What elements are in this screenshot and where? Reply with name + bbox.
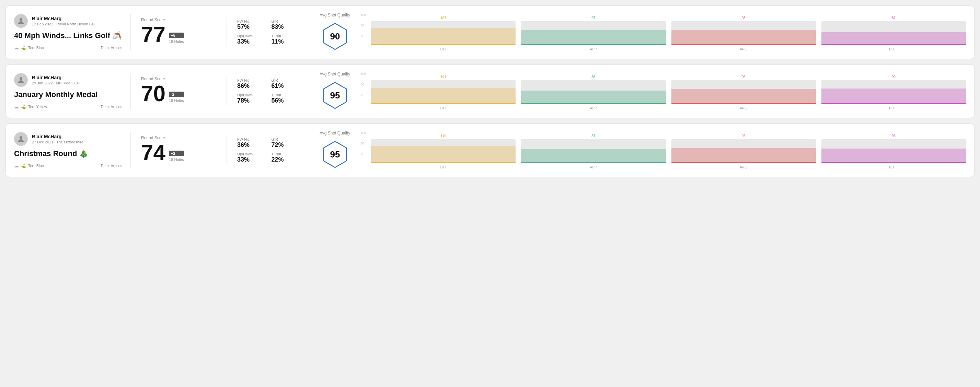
bar-label-putt: PUTT (889, 106, 898, 110)
bar-line-putt (821, 162, 966, 163)
date-venue: 29 Jan 2022 · Mill Ride GCC (32, 81, 80, 85)
bar-group-app: 95 APP (521, 16, 666, 51)
bar-label-arg: ARG (740, 165, 747, 169)
one-putt-label: 1 Putt (272, 93, 299, 97)
fw-hit-value: 57% (237, 23, 265, 30)
bar-value-app: 87 (592, 134, 595, 138)
bar-wrapper-arg (671, 21, 816, 45)
bar-value-putt: 99 (892, 75, 896, 79)
gir-label: GIR (272, 137, 299, 141)
fw-hit-label: FW Hit (237, 137, 265, 141)
bar-value-putt: 93 (892, 134, 896, 138)
avatar (14, 132, 28, 146)
bar-fill-arg (671, 30, 816, 46)
bar-line-ott (371, 162, 515, 163)
avatar (14, 73, 28, 87)
right-section: Avg Shot Quality 95 100 50 0 110 (309, 131, 966, 170)
bar-group-app: 87 APP (521, 134, 666, 169)
score-number: 77 (141, 24, 165, 46)
chart-area: 100 50 0 110 OTT 87 (361, 132, 966, 169)
bar-fill-putt (821, 149, 966, 163)
bar-fill-arg (671, 89, 816, 104)
user-icon (17, 76, 25, 84)
hexagon-score: 95 (330, 149, 340, 160)
holes-label: 18 Holes (169, 98, 184, 103)
bag-icon: ⛳ (21, 163, 26, 168)
bar-fill-ott (371, 88, 515, 104)
bar-wrapper-arg (671, 139, 816, 163)
holes-label: 18 Holes (169, 40, 184, 44)
bar-fill-app (521, 149, 666, 163)
tee-info: ☁ ⛳ Tee: Blue (14, 163, 44, 168)
bar-fill-putt (821, 89, 966, 104)
data-source: Data: Arccos (101, 163, 122, 168)
stat-one-putt: 1 Putt 56% (272, 93, 299, 104)
user-name: Blair McHarg (32, 75, 80, 80)
bar-value-putt: 82 (892, 16, 896, 20)
gir-label: GIR (272, 19, 299, 23)
one-putt-value: 11% (272, 38, 299, 45)
bar-group-arg: 95 ARG (671, 134, 816, 169)
data-source: Data: Arccos (101, 46, 122, 50)
one-putt-label: 1 Putt (272, 152, 299, 156)
stat-updown: Up/Down 78% (237, 93, 265, 104)
one-putt-value: 56% (272, 97, 299, 104)
bar-chart: 110 OTT 87 APP 95 (371, 132, 966, 169)
score-badge: +2 (169, 151, 184, 156)
score-number: 70 (141, 82, 165, 105)
bar-value-arg: 95 (742, 134, 746, 138)
bar-line-ott (371, 103, 515, 104)
bar-wrapper-app (521, 80, 666, 104)
stat-one-putt: 1 Putt 11% (272, 34, 299, 45)
avg-shot-quality-label: Avg Shot Quality (320, 13, 350, 17)
chart-area: 100 50 0 101 OTT 86 (361, 72, 966, 110)
bar-label-ott: OTT (440, 165, 447, 169)
bar-line-arg (671, 162, 816, 163)
footer-info: ☁ ⛳ Tee: Blue Data: Arccos (14, 163, 122, 168)
user-icon (17, 135, 25, 143)
bar-line-ott (371, 44, 515, 45)
bar-label-app: APP (590, 106, 597, 110)
score-badge-group: +2 18 Holes (169, 151, 184, 162)
chart-container: 100 50 0 107 OTT 95 (361, 13, 966, 51)
stats-section: FW Hit 36% GIR 72% Up/Down 33% 1 Putt 22… (227, 137, 309, 163)
round-score-label: Round Score (141, 17, 216, 22)
right-section: Avg Shot Quality 90 100 50 0 107 (309, 13, 966, 52)
hexagon: 90 (320, 21, 350, 52)
score-row: 77 +5 18 Holes (141, 24, 216, 46)
stats-section: FW Hit 86% GIR 61% Up/Down 78% 1 Putt 56… (227, 78, 309, 104)
fw-hit-value: 86% (237, 82, 265, 90)
bag-icon: ⛳ (21, 45, 26, 50)
stat-fw-hit: FW Hit 36% (237, 137, 265, 149)
middle-section: Round Score 74 +2 18 Holes (131, 135, 227, 165)
tee-label: Tee: Blue (28, 163, 44, 168)
round-score-label: Round Score (141, 135, 216, 140)
round-card-2: Blair McHarg 29 Jan 2022 · Mill Ride GCC… (5, 65, 975, 118)
data-source: Data: Arccos (101, 105, 122, 109)
one-putt-value: 22% (272, 156, 299, 163)
round-title: 40 Mph Winds... Links Golf 🪃 (14, 31, 122, 40)
holes-label: 18 Holes (169, 157, 184, 162)
score-badge: +5 (169, 33, 184, 38)
bar-value-app: 86 (592, 75, 595, 79)
round-score-label: Round Score (141, 76, 216, 81)
stat-fw-hit: FW Hit 57% (237, 19, 265, 30)
footer-info: ☁ ⛳ Tee: Black Data: Arccos (14, 45, 122, 51)
user-info: Blair McHarg 29 Jan 2022 · Mill Ride GCC (32, 75, 80, 85)
user-header: Blair McHarg 12 Feb 2022 · Royal North D… (14, 14, 122, 28)
chart-area: 100 50 0 107 OTT 95 (361, 13, 966, 51)
stats-grid: FW Hit 36% GIR 72% Up/Down 33% 1 Putt 22… (237, 137, 299, 163)
left-section: Blair McHarg 29 Jan 2022 · Mill Ride GCC… (14, 73, 131, 109)
fw-hit-label: FW Hit (237, 78, 265, 82)
updown-value: 78% (237, 97, 265, 104)
bar-label-putt: PUTT (889, 165, 898, 169)
bar-group-ott: 101 OTT (371, 75, 515, 110)
bar-value-arg: 98 (742, 16, 746, 20)
round-card-3: Blair McHarg 27 Dec 2021 · The Oxfordshi… (5, 124, 975, 177)
stats-grid: FW Hit 86% GIR 61% Up/Down 78% 1 Putt 56… (237, 78, 299, 104)
bar-label-ott: OTT (440, 48, 447, 51)
hexagon-score: 90 (330, 31, 340, 42)
bar-value-ott: 101 (441, 75, 446, 79)
score-badge-group: -2 18 Holes (169, 92, 184, 103)
bag-icon: ⛳ (21, 104, 26, 109)
